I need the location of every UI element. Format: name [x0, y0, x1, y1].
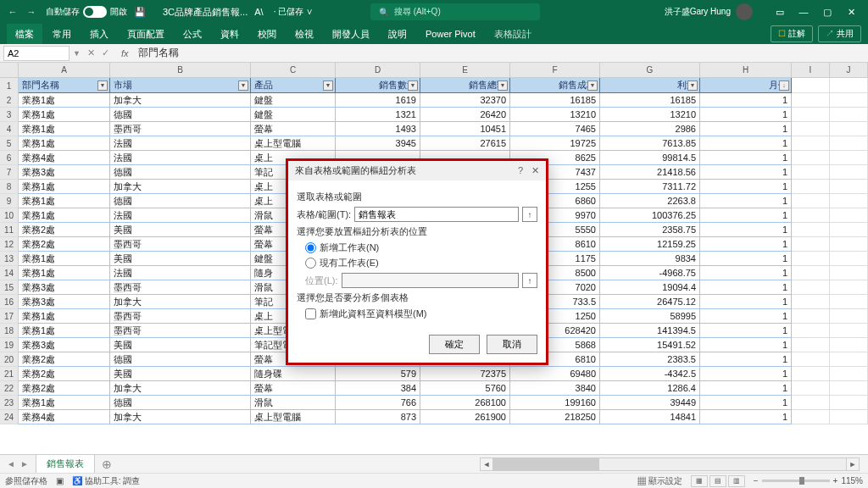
tab-formulas[interactable]: 公式 [175, 24, 210, 44]
row-number[interactable]: 22 [0, 381, 19, 396]
cell[interactable]: 1 [700, 309, 792, 324]
row-number[interactable]: 6 [0, 151, 19, 165]
row-number[interactable]: 11 [0, 223, 19, 237]
hscroll-thumb[interactable] [493, 458, 599, 470]
cell[interactable]: 1493 [336, 122, 420, 136]
cell[interactable]: 21418.56 [600, 165, 700, 180]
col-header-B[interactable]: B [110, 63, 251, 77]
row-number[interactable]: 19 [0, 338, 19, 352]
formula-input[interactable]: 部門名稱 [133, 44, 868, 62]
col-header-H[interactable]: H [700, 63, 792, 77]
header-market[interactable]: 市場▼ [110, 78, 251, 93]
cell[interactable]: 業務1處 [19, 252, 110, 266]
cell[interactable]: 7311.72 [600, 180, 700, 194]
cell[interactable]: 法國 [110, 266, 251, 280]
autosave-toggle[interactable]: 自動儲存 開啟 [46, 6, 127, 18]
cell[interactable]: 墨西哥 [110, 324, 251, 338]
cell[interactable]: 美國 [110, 338, 251, 352]
cell[interactable]: 1 [700, 122, 792, 136]
cell[interactable] [830, 108, 868, 122]
cell[interactable]: 39449 [600, 396, 700, 410]
cell[interactable]: 業務2處 [19, 223, 110, 237]
comments-button[interactable]: ☐ 註解 [771, 25, 813, 42]
cell[interactable]: 1 [700, 367, 792, 381]
cell[interactable] [830, 237, 868, 252]
enter-formula-icon[interactable]: ✓ [102, 47, 109, 58]
cell[interactable]: 72375 [420, 367, 510, 381]
prev-sheet-icon[interactable]: ◄ [7, 459, 15, 469]
cell[interactable] [792, 93, 830, 108]
cell[interactable]: 德國 [110, 352, 251, 367]
cell[interactable]: 隨身碟 [251, 367, 336, 381]
cell[interactable]: 桌上型電腦 [251, 410, 336, 424]
cell[interactable]: 1619 [336, 93, 420, 108]
cell[interactable] [792, 396, 830, 410]
col-header-J[interactable]: J [830, 63, 868, 77]
cell[interactable] [830, 410, 868, 424]
cell[interactable]: 德國 [110, 108, 251, 122]
cell[interactable] [792, 151, 830, 165]
cell[interactable]: 19094.4 [600, 280, 700, 295]
help-icon[interactable]: ? [518, 165, 523, 176]
cell[interactable] [830, 208, 868, 223]
header-month[interactable]: 月份↓ [700, 78, 792, 93]
filter-icon[interactable]: ↓ [779, 80, 789, 91]
cell[interactable] [792, 237, 830, 252]
filter-icon[interactable]: ▼ [238, 80, 248, 91]
col-header-E[interactable]: E [420, 63, 510, 77]
cell[interactable]: 1 [700, 237, 792, 252]
cell[interactable]: 加拿大 [110, 180, 251, 194]
header-total[interactable]: 銷售總額▼ [420, 78, 510, 93]
col-header-F[interactable]: F [510, 63, 600, 77]
cell[interactable]: 1 [700, 381, 792, 396]
cell[interactable]: 業務3處 [19, 295, 110, 309]
cell[interactable]: 加拿大 [110, 381, 251, 396]
col-header-C[interactable]: C [251, 63, 336, 77]
maximize-button[interactable]: ▢ [815, 0, 839, 24]
cell[interactable]: 鍵盤 [251, 108, 336, 122]
display-settings[interactable]: ▦ 顯示設定 [637, 475, 682, 487]
cell[interactable]: 384 [336, 381, 420, 396]
cell[interactable] [830, 93, 868, 108]
cell[interactable]: 美國 [110, 223, 251, 237]
cell[interactable] [792, 266, 830, 280]
row-number[interactable]: 12 [0, 237, 19, 252]
cell[interactable]: 德國 [110, 396, 251, 410]
dialog-titlebar[interactable]: 來自表格或範圍的樞紐分析表 ? ✕ [288, 161, 546, 180]
view-normal-icon[interactable]: ▦ [691, 475, 708, 487]
cell[interactable]: 2358.75 [600, 223, 700, 237]
tab-tabledesign[interactable]: 表格設計 [486, 24, 540, 44]
cell[interactable] [830, 252, 868, 266]
user-account[interactable]: 洪子盛Gary Hung [665, 3, 753, 20]
save-icon[interactable]: 💾 [134, 7, 146, 18]
cell[interactable]: 873 [336, 410, 420, 424]
cell[interactable] [830, 381, 868, 396]
cell[interactable]: 法國 [110, 208, 251, 223]
cell[interactable]: 1 [700, 223, 792, 237]
ok-button[interactable]: 確定 [429, 335, 480, 354]
cell[interactable]: 58995 [600, 309, 700, 324]
cell[interactable] [830, 78, 868, 93]
ribbon-mode-button[interactable]: ▭ [768, 0, 792, 24]
filter-icon[interactable]: ▼ [498, 80, 508, 91]
cell[interactable] [830, 136, 868, 151]
cell[interactable]: 螢幕 [251, 381, 336, 396]
cell[interactable]: 1 [700, 295, 792, 309]
cell[interactable] [830, 338, 868, 352]
cell[interactable]: 墨西哥 [110, 309, 251, 324]
tab-help[interactable]: 說明 [380, 24, 415, 44]
cell[interactable]: 1 [700, 352, 792, 367]
cell[interactable]: 100376.25 [600, 208, 700, 223]
cell[interactable]: 766 [336, 396, 420, 410]
cell[interactable] [830, 280, 868, 295]
cell[interactable]: 2986 [600, 122, 700, 136]
cell[interactable]: 1 [700, 410, 792, 424]
cell[interactable] [792, 136, 830, 151]
range-input[interactable] [354, 207, 519, 222]
filter-icon[interactable]: ▼ [587, 80, 598, 91]
cell[interactable]: 業務3處 [19, 165, 110, 180]
zoom-in-icon[interactable]: + [833, 476, 838, 485]
cell[interactable]: 德國 [110, 165, 251, 180]
tab-review[interactable]: 校閱 [249, 24, 285, 44]
cell[interactable]: 2263.8 [600, 194, 700, 208]
